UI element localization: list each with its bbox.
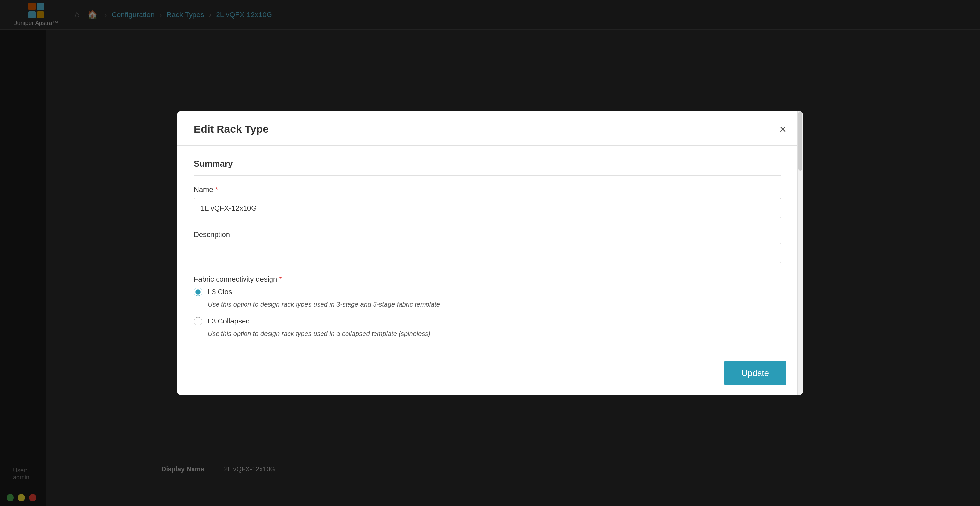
fabric-label: Fabric connectivity design * <box>194 275 781 284</box>
name-required-star: * <box>215 185 218 194</box>
modal-overlay: Edit Rack Type × Summary Name * Descript… <box>0 0 980 506</box>
radio-l3clos-input[interactable] <box>194 287 202 296</box>
modal-header: Edit Rack Type × <box>177 111 803 145</box>
description-label-text: Description <box>194 230 230 239</box>
modal-title: Edit Rack Type <box>194 123 269 136</box>
modal-scrollbar-thumb <box>799 111 802 171</box>
modal-body: Summary Name * Description Fabric conn <box>177 145 803 351</box>
description-form-group: Description <box>194 230 781 263</box>
description-input[interactable] <box>194 243 781 263</box>
name-input[interactable] <box>194 198 781 219</box>
radio-l3clos-label[interactable]: L3 Clos <box>208 287 232 296</box>
edit-rack-type-modal: Edit Rack Type × Summary Name * Descript… <box>177 111 803 395</box>
fabric-label-text: Fabric connectivity design <box>194 275 277 284</box>
update-button[interactable]: Update <box>724 361 786 385</box>
name-label: Name * <box>194 185 781 194</box>
name-label-text: Name <box>194 185 213 194</box>
radio-l3collapsed-label[interactable]: L3 Collapsed <box>208 317 250 326</box>
radio-l3collapsed: L3 Collapsed <box>194 317 781 326</box>
radio-l3clos: L3 Clos <box>194 287 781 296</box>
radio-l3collapsed-hint: Use this option to design rack types use… <box>208 330 781 338</box>
modal-footer: Update <box>177 351 803 395</box>
description-label: Description <box>194 230 781 239</box>
radio-l3collapsed-input[interactable] <box>194 317 202 326</box>
name-form-group: Name * <box>194 185 781 219</box>
modal-close-button[interactable]: × <box>779 123 786 136</box>
modal-scrollbar[interactable] <box>797 111 803 395</box>
radio-l3clos-hint: Use this option to design rack types use… <box>208 301 781 308</box>
summary-section-title: Summary <box>194 159 781 176</box>
fabric-form-group: Fabric connectivity design * L3 Clos Use… <box>194 275 781 338</box>
fabric-required-star: * <box>279 275 282 284</box>
